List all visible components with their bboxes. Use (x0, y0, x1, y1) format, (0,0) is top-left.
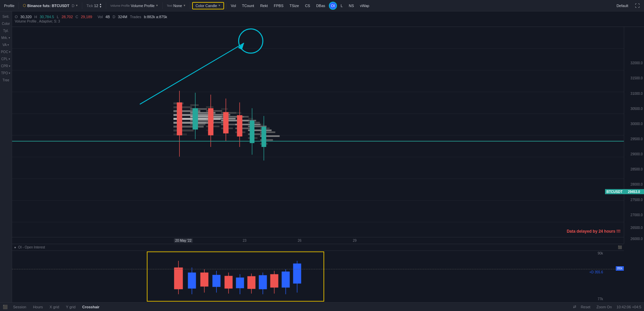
status-crosshair[interactable]: Crosshair (81, 304, 101, 310)
indicator-rekt[interactable]: Rekt (258, 3, 270, 9)
svg-rect-94 (293, 264, 301, 284)
sidebar-markers-label: Mrk. (1, 36, 8, 40)
sidebar-poc-arrow: ▼ (8, 51, 11, 53)
sidebar-item-poc[interactable]: POC ▼ (1, 49, 11, 55)
price-level-26000: 26000.0 (631, 237, 643, 241)
price-level-26500: 26500.0 (631, 226, 643, 230)
indicator-description: Volume Profile , Adaptive; S: 3 (15, 20, 60, 23)
svg-rect-20 (190, 104, 199, 106)
svg-rect-19 (177, 103, 182, 135)
price-level-27500: 27500.0 (631, 198, 643, 202)
sidebar-item-cpr[interactable]: CPR ▼ (1, 63, 11, 69)
indicator-tsize[interactable]: TSize (287, 3, 301, 9)
svg-rect-90 (270, 274, 278, 288)
price-level-32000: 32000.0 (631, 62, 643, 65)
oi-panel-expand[interactable]: ⬛ (618, 245, 622, 249)
sidebar-template-label: Tpl. (3, 29, 9, 33)
svg-rect-74 (174, 268, 183, 289)
svg-rect-53 (248, 118, 253, 120)
svg-rect-16 (173, 129, 194, 131)
svg-rect-45 (235, 112, 241, 114)
oi-panel-title: OI - Open Interest (18, 245, 45, 249)
status-session[interactable]: Session (12, 304, 28, 310)
sidebar-tpo-label: TPO (1, 71, 8, 75)
price-level-28000: 28000.0 (631, 183, 643, 186)
vol-label: Vol (97, 15, 102, 19)
sidebar-item-tree[interactable]: Tree (1, 77, 11, 83)
vol-d-value: 324M (118, 15, 127, 19)
indicator-ns[interactable]: NS (346, 3, 356, 9)
sidebar-item-va[interactable]: VA ▼ (1, 42, 11, 48)
sidebar-item-cpl[interactable]: CPL ▼ (1, 56, 11, 62)
sidebar-item-template[interactable]: Tpl. (1, 28, 11, 34)
current-price-tag: 29453.0 (624, 189, 644, 194)
date-label-20may: 20 May '22 (174, 238, 193, 243)
date-axis: 20 May '22 23 26 29 (12, 237, 624, 244)
tick-value: 12 (94, 4, 98, 8)
oi-dot: ● (14, 245, 16, 249)
tick-label: Tick (86, 4, 93, 8)
high-label: H (34, 15, 37, 19)
separator-1 (18, 2, 19, 9)
fullscreen-button[interactable]: ⛶ (633, 2, 642, 9)
data-delayed-text: Data delayed by 24 hours !!! (567, 229, 620, 234)
profile-button[interactable]: Profile (2, 3, 16, 9)
sidebar-poc-label: POC (1, 50, 8, 54)
symbol-selector[interactable]: ⬡ Binance futs: BTCUSDT D ▼ (21, 2, 80, 9)
indicator-l[interactable]: L (338, 3, 345, 9)
price-level-28500: 28500.0 (631, 168, 643, 171)
indicator-vol[interactable]: Vol (228, 3, 238, 9)
open-label: O (15, 15, 18, 19)
cluster-label: Volume Profile (110, 4, 130, 7)
svg-rect-76 (188, 273, 196, 289)
reset-button[interactable]: Reset (579, 304, 592, 310)
top-toolbar: Profile ⬡ Binance futs: BTCUSDT D ▼ Tick… (0, 0, 644, 11)
symbol-dropdown-arrow: ▼ (75, 4, 78, 7)
chart-area[interactable] (12, 27, 624, 244)
status-hours[interactable]: Hours (32, 304, 44, 310)
cluster-dropdown[interactable]: Volume Profile Volume Profile ▼ (108, 3, 160, 9)
indicator-dbas[interactable]: DBas (314, 3, 328, 9)
indicator-fpbs[interactable]: FPBS (271, 3, 286, 9)
cluster-value: Volume Profile (131, 4, 155, 8)
color-candle-button[interactable]: Color Candle ▼ (192, 2, 224, 9)
date-label-29: 29 (353, 239, 356, 242)
svg-rect-27 (192, 108, 198, 129)
svg-rect-37 (221, 108, 228, 110)
indicator-cs[interactable]: CS (303, 3, 312, 9)
color-candle-dropdown-arrow: ▼ (218, 4, 221, 7)
indicator-tcount[interactable]: TCount (240, 3, 256, 9)
vol-value: 4B (105, 15, 110, 19)
svg-rect-36 (208, 108, 213, 135)
oi-badge-86k: 86k (616, 266, 624, 271)
indicator-vwap[interactable]: vWap (357, 3, 372, 9)
price-level-30000: 30000.0 (631, 122, 643, 126)
price-level-29500: 29500.0 (631, 138, 643, 141)
status-bar: ⬛ Session Hours X grid Y grid Crosshair … (0, 302, 644, 311)
status-xgrid[interactable]: X grid (48, 304, 60, 310)
btcusdt-label: BTCUSDT (605, 189, 624, 194)
vol-d-label: D (113, 15, 115, 19)
text-selector[interactable]: Text None ▼ (165, 3, 188, 9)
oi-delta-value: +D 355.6 (589, 270, 603, 274)
status-right-group: ⇄ Reset Zoom On 10:42:06 +04:5 (573, 304, 641, 310)
sidebar-tree-label: Tree (2, 78, 9, 82)
close-label: C (76, 15, 78, 19)
sidebar-markers-arrow: ▼ (8, 37, 10, 39)
status-ygrid[interactable]: Y grid (65, 304, 77, 310)
svg-rect-68 (261, 127, 266, 147)
indicator-oi[interactable]: OI (329, 2, 337, 10)
oi-content[interactable]: 90k 86k +D 355.6 77k (12, 251, 624, 302)
sidebar-item-markers[interactable]: Mrk. ▼ (1, 35, 11, 41)
low-label: L (57, 15, 59, 19)
sidebar-item-color[interactable]: Color (1, 21, 11, 27)
sidebar-item-settings[interactable]: Sett. (1, 13, 11, 20)
sidebar-item-tpo[interactable]: TPO ▼ (1, 70, 11, 76)
default-button[interactable]: Default (614, 3, 631, 9)
zoom-on-button[interactable]: Zoom On (595, 304, 613, 310)
price-level-30500: 30500.0 (631, 107, 643, 111)
price-level-31500: 31500.0 (631, 77, 643, 80)
tick-stepper[interactable]: ▲▼ (99, 3, 102, 8)
separator-6 (226, 2, 226, 9)
tick-selector[interactable]: Tick 12 ▲▼ (84, 2, 104, 9)
